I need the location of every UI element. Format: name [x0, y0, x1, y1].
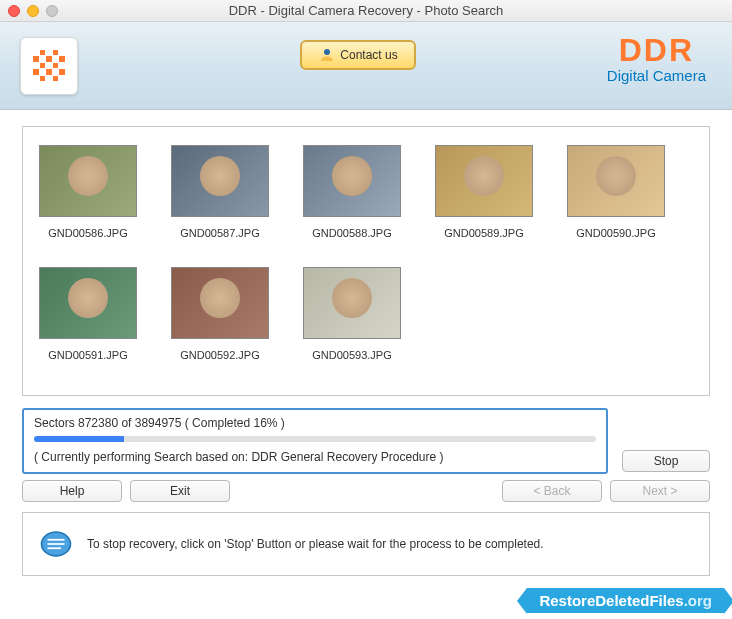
search-mode-text: ( Currently performing Search based on: …	[34, 450, 596, 464]
thumbnail-filename: GND00590.JPG	[576, 227, 655, 239]
window-title: DDR - Digital Camera Recovery - Photo Se…	[0, 3, 732, 18]
ribbon-suffix: .org	[684, 592, 712, 609]
thumbnail-filename: GND00593.JPG	[312, 349, 391, 361]
thumbnail-item[interactable]: GND00588.JPG	[303, 145, 401, 239]
thumbnail-item[interactable]: GND00590.JPG	[567, 145, 665, 239]
watermark-ribbon: RestoreDeletedFiles.org	[527, 588, 724, 613]
info-panel: To stop recovery, click on 'Stop' Button…	[22, 512, 710, 576]
main-content: GND00586.JPGGND00587.JPGGND00588.JPGGND0…	[0, 110, 732, 586]
window-controls	[8, 5, 58, 17]
thumbnail-filename: GND00589.JPG	[444, 227, 523, 239]
zoom-icon	[46, 5, 58, 17]
app-header: Contact us DDR Digital Camera	[0, 22, 732, 110]
thumbnail-filename: GND00591.JPG	[48, 349, 127, 361]
minimize-icon[interactable]	[27, 5, 39, 17]
thumbnail-filename: GND00588.JPG	[312, 227, 391, 239]
info-icon	[39, 527, 73, 561]
thumbnail-image	[567, 145, 665, 217]
sectors-text: Sectors 872380 of 3894975 ( Completed 16…	[34, 416, 596, 430]
thumbnail-image	[39, 145, 137, 217]
thumbnail-image	[171, 267, 269, 339]
thumbnail-filename: GND00587.JPG	[180, 227, 259, 239]
contact-us-button[interactable]: Contact us	[300, 40, 416, 70]
exit-button[interactable]: Exit	[130, 480, 230, 502]
thumbnail-filename: GND00592.JPG	[180, 349, 259, 361]
thumbnail-image	[39, 267, 137, 339]
thumbnail-image	[435, 145, 533, 217]
next-button: Next >	[610, 480, 710, 502]
progress-bar	[34, 436, 596, 442]
progress-panel: Sectors 872380 of 3894975 ( Completed 16…	[22, 408, 608, 474]
thumbnail-item[interactable]: GND00592.JPG	[171, 267, 269, 361]
back-button: < Back	[502, 480, 602, 502]
brand-name: DDR	[607, 32, 706, 69]
titlebar: DDR - Digital Camera Recovery - Photo Se…	[0, 0, 732, 22]
svg-point-0	[324, 49, 330, 55]
thumbnail-item[interactable]: GND00586.JPG	[39, 145, 137, 239]
thumbnail-item[interactable]: GND00593.JPG	[303, 267, 401, 361]
ribbon-text: RestoreDeletedFiles	[539, 592, 683, 609]
app-logo-icon	[20, 37, 78, 95]
thumbnail-item[interactable]: GND00591.JPG	[39, 267, 137, 361]
close-icon[interactable]	[8, 5, 20, 17]
stop-button[interactable]: Stop	[622, 450, 710, 472]
thumbnail-filename: GND00586.JPG	[48, 227, 127, 239]
brand-subtitle: Digital Camera	[607, 67, 706, 84]
thumbnail-panel[interactable]: GND00586.JPGGND00587.JPGGND00588.JPGGND0…	[22, 126, 710, 396]
thumbnail-image	[171, 145, 269, 217]
help-button[interactable]: Help	[22, 480, 122, 502]
contact-us-label: Contact us	[340, 48, 397, 62]
info-text: To stop recovery, click on 'Stop' Button…	[87, 537, 544, 551]
person-icon	[318, 46, 336, 64]
thumbnail-item[interactable]: GND00589.JPG	[435, 145, 533, 239]
button-row: Help Exit < Back Next >	[22, 480, 710, 502]
thumbnail-item[interactable]: GND00587.JPG	[171, 145, 269, 239]
thumbnail-image	[303, 145, 401, 217]
brand-block: DDR Digital Camera	[607, 32, 706, 84]
thumbnail-image	[303, 267, 401, 339]
